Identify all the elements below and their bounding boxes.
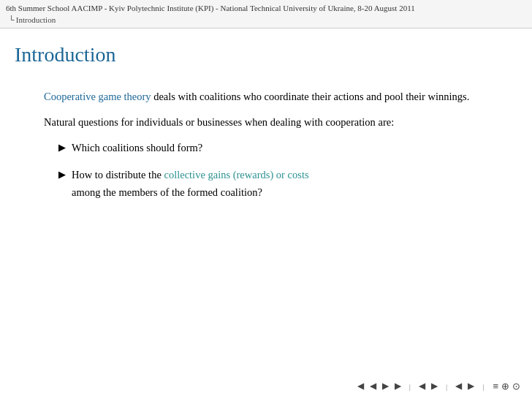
nav-search-button[interactable]: ≡ xyxy=(493,381,498,392)
nav-next-button[interactable]: ▶ xyxy=(380,379,391,393)
breadcrumb-label: Introduction xyxy=(16,15,56,26)
nav-icons: ≡ ⊕ ⊙ xyxy=(493,381,520,392)
nav-group-slide: ◀ ◀ ▶ ▶ xyxy=(355,379,403,393)
bullet2-sub: among the members of the formed coalitio… xyxy=(72,186,262,198)
paragraph1-rest: deals with coalitions who coordinate the… xyxy=(151,91,470,102)
breadcrumb-arrow: └ xyxy=(9,15,15,26)
intro-paragraph-2: Natural questions for individuals or bus… xyxy=(44,114,510,131)
main-content: Introduction Cooperative game theory dea… xyxy=(0,28,532,226)
nav-next-next-button[interactable]: ▶ xyxy=(392,379,403,393)
bullet-list: ▶ Which coalitions should form? ▶ How to… xyxy=(58,140,510,201)
bullet-arrow-2: ▶ xyxy=(58,167,66,183)
nav-separator-2: | xyxy=(446,382,447,391)
nav-group-eq: ◀ ▶ xyxy=(453,379,476,393)
nav-eq-next-button[interactable]: ▶ xyxy=(466,379,476,393)
nav-frame-prev-button[interactable]: ◀ xyxy=(417,379,428,393)
bullet-item-1: ▶ Which coalitions should form? xyxy=(58,140,510,156)
nav-frame-next-button[interactable]: ▶ xyxy=(429,379,440,393)
content-block: Cooperative game theory deals with coali… xyxy=(44,88,510,201)
header-title: 6th Summer School AACIMP - Kyiv Polytech… xyxy=(6,3,526,14)
nav-reset-button[interactable]: ⊙ xyxy=(512,381,520,392)
nav-eq-prev-button[interactable]: ◀ xyxy=(453,379,464,393)
nav-zoom-button[interactable]: ⊕ xyxy=(501,381,509,392)
cooperative-game-theory-text: Cooperative game theory xyxy=(44,91,151,102)
nav-separator-3: | xyxy=(482,382,484,391)
bullet-arrow-1: ▶ xyxy=(58,140,66,156)
bullet-text-2: How to distribute the collective gains (… xyxy=(72,167,510,200)
nav-separator-1: | xyxy=(409,382,411,391)
bullet-text-1: Which coalitions should form? xyxy=(72,140,510,156)
nav-prev-prev-button[interactable]: ◀ xyxy=(355,379,366,393)
breadcrumb: └ Introduction xyxy=(6,14,526,26)
intro-paragraph-1: Cooperative game theory deals with coali… xyxy=(44,88,510,105)
bullet2-highlight: collective gains (rewards) or costs xyxy=(164,169,308,180)
nav-group-frame: ◀ ▶ xyxy=(417,379,440,393)
header-bar: 6th Summer School AACIMP - Kyiv Polytech… xyxy=(0,0,532,28)
footer-nav: ◀ ◀ ▶ ▶ | ◀ ▶ | ◀ ▶ | ≡ ⊕ ⊙ xyxy=(355,379,520,393)
bullet-item-2: ▶ How to distribute the collective gains… xyxy=(58,167,510,200)
bullet2-part1: How to distribute the xyxy=(72,169,164,180)
slide-title: Introduction xyxy=(15,43,510,66)
nav-prev-button[interactable]: ◀ xyxy=(368,379,379,393)
